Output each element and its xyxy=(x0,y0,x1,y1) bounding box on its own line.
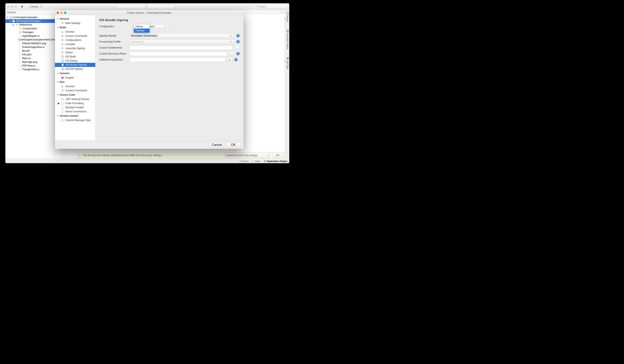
file-pdfview[interactable]: PDFView.cs xyxy=(5,64,55,68)
document-outline-tab[interactable]: Document Outline xyxy=(286,29,289,50)
item-ios-ipa[interactable]: iOS IPA Options xyxy=(55,67,95,71)
search-box[interactable]: Search xyxy=(254,4,288,9)
solution-root[interactable]: ▼CoreGraphicsSamples xyxy=(5,16,55,19)
project-node[interactable]: ▼CoreGraphicsSamples xyxy=(5,19,55,23)
banner-close-button[interactable]: ✕ xyxy=(78,154,80,157)
info-icon[interactable] xyxy=(236,34,240,37)
window-controls[interactable] xyxy=(7,5,17,8)
toolbox-tab[interactable]: Toolbox xyxy=(286,11,289,23)
phone-icon xyxy=(62,55,63,58)
item-code-formatting[interactable]: ▶Code Formatting xyxy=(55,101,95,105)
file-infoplist[interactable]: Info.plist xyxy=(5,53,55,56)
banner-ok-button[interactable]: OK xyxy=(273,153,283,158)
item-name-conventions[interactable]: Name Conventions xyxy=(55,109,95,114)
item-configurations[interactable]: Configurations xyxy=(55,38,95,42)
run-button[interactable] xyxy=(20,4,25,9)
file-myimage[interactable]: MyImage.png xyxy=(5,60,55,64)
file-drawnimage[interactable]: DrawnImageView.cs xyxy=(5,45,55,49)
toolbar-overflow-button[interactable]: ▾ xyxy=(247,5,252,8)
provisioning-combo[interactable]: Unknown () ▼ xyxy=(129,39,235,44)
dialog-title-text: Project Options - CoreGraphicsSamples xyxy=(127,11,171,14)
play-icon xyxy=(61,85,64,88)
config-option-release[interactable]: Release xyxy=(134,28,150,33)
svg-line-2 xyxy=(257,7,258,7)
entitlements-input[interactable] xyxy=(129,46,233,50)
group-xamarin[interactable]: ▼Xamarin xyxy=(55,71,95,76)
ok-button[interactable]: OK xyxy=(226,142,240,147)
item-ios-bundle-signing[interactable]: iOS Bundle Signing xyxy=(55,63,95,67)
file-viewcontroller[interactable]: CoreGraphicsSamplesViewController xyxy=(5,38,55,42)
config-label: Debug xyxy=(31,5,38,8)
ide-toolbar: ▭ Debug ▸ i ▾ Search xyxy=(5,3,289,10)
chevron-down-icon: ▼ xyxy=(230,34,233,38)
file-pdf[interactable]: file.pdf xyxy=(5,49,55,53)
signing-identity-combo[interactable]: Developer (Automatic) ▼ xyxy=(129,33,235,38)
config-option-debug[interactable]: Debug xyxy=(134,24,150,28)
center-status-combo[interactable]: i xyxy=(117,4,174,9)
resource-rules-browse-button[interactable]: … xyxy=(229,52,235,56)
references-node[interactable]: ▶References xyxy=(5,23,55,27)
resource-rules-input[interactable] xyxy=(129,52,228,56)
info-icon[interactable] xyxy=(234,58,238,61)
group-build[interactable]: ▼Build xyxy=(55,25,95,30)
search-icon xyxy=(255,5,258,8)
group-source-code[interactable]: ▼Source Code xyxy=(55,93,95,97)
dialog-footer: Cancel OK xyxy=(55,140,243,149)
form-rows: Signing Identity: Developer (Automatic) … xyxy=(99,33,240,62)
info-icon[interactable] xyxy=(236,40,240,43)
file-main[interactable]: Main.cs xyxy=(5,56,55,60)
item-output[interactable]: Output xyxy=(55,51,95,54)
project-options-dialog: Project Options - CoreGraphicsSamples ▼G… xyxy=(55,10,243,149)
file-appdelegate[interactable]: AppDelegate.cs xyxy=(5,34,55,38)
search-placeholder: Search xyxy=(259,5,266,8)
item-assembly-signing[interactable]: Assembly Signing xyxy=(55,46,95,51)
row-provisioning-profile: Provisioning Profile: Unknown () ▼ xyxy=(99,39,240,44)
item-ios-build[interactable]: iOS Build xyxy=(55,54,95,59)
components-node[interactable]: Components xyxy=(5,27,55,30)
additional-args-input[interactable] xyxy=(129,57,226,62)
options-content: iOS Bundle Signing Configuration: Debug … xyxy=(96,15,243,140)
convert-combo[interactable]: Convert to UNIX line endings ▼ xyxy=(224,153,271,158)
file-icon xyxy=(19,57,21,59)
info-icon[interactable] xyxy=(236,52,240,55)
file-triangle[interactable]: TriangleView.cs xyxy=(5,68,55,71)
editor-tab-dropdown[interactable]: ▾ xyxy=(281,10,284,13)
right-dock: Toolbox Document Outline Unit Tests xyxy=(286,10,289,159)
item-commit-style[interactable]: Commit Message Style xyxy=(55,118,95,122)
check-icon xyxy=(61,119,64,122)
item-insights[interactable]: Insights xyxy=(55,76,95,80)
configuration-dropdown-open[interactable]: Debug Release xyxy=(134,24,150,33)
convert-label: Convert to UNIX line endings xyxy=(226,154,258,157)
item-run-general[interactable]: General xyxy=(55,84,95,88)
errors-status[interactable]: Errors xyxy=(239,160,249,162)
solution-panel: Solution ▼CoreGraphicsSamples ▼CoreGraph… xyxy=(5,10,55,159)
tasks-status[interactable]: Tasks xyxy=(252,160,260,162)
item-dotnet-naming[interactable]: A.B.NET Naming Policies xyxy=(55,97,95,101)
group-general[interactable]: ▼General xyxy=(55,17,95,21)
group-version-control[interactable]: ▼Version Control xyxy=(55,114,95,118)
folder-icon xyxy=(19,27,22,30)
svg-point-1 xyxy=(256,6,257,7)
item-custom-commands[interactable]: Custom Commands xyxy=(55,34,95,38)
config-combo[interactable]: ▭ Debug ▸ xyxy=(26,4,44,9)
item-run-custom[interactable]: Custom Commands xyxy=(55,88,95,93)
device-icon xyxy=(41,5,42,8)
document-icon xyxy=(61,102,64,104)
file-icon xyxy=(19,64,21,67)
item-build-general[interactable]: General xyxy=(55,30,95,34)
item-compiler[interactable]: Compiler xyxy=(55,42,95,46)
item-ios-debug[interactable]: iOS Debug xyxy=(55,59,95,63)
cancel-button[interactable]: Cancel xyxy=(209,142,224,147)
item-standard-header[interactable]: Standard Header xyxy=(55,105,95,109)
additional-args-expand-button[interactable]: ▸ xyxy=(227,57,233,62)
item-main-settings[interactable]: Main Settings xyxy=(55,21,95,25)
config-platform-row: Configuration: Debug Release Platform: i… xyxy=(99,24,240,31)
packages-node[interactable]: Packages xyxy=(5,30,55,34)
panel-title: iOS Bundle Signing xyxy=(99,18,240,22)
entitlements-browse-button[interactable]: … xyxy=(234,46,240,50)
file-default568[interactable]: Default-568h@2x.png xyxy=(5,42,55,45)
application-output-status[interactable]: Application Output xyxy=(264,160,287,162)
group-run[interactable]: ▼Run xyxy=(55,80,95,84)
unit-tests-tab[interactable]: Unit Tests xyxy=(286,56,289,70)
dialog-window-controls[interactable] xyxy=(57,12,66,14)
